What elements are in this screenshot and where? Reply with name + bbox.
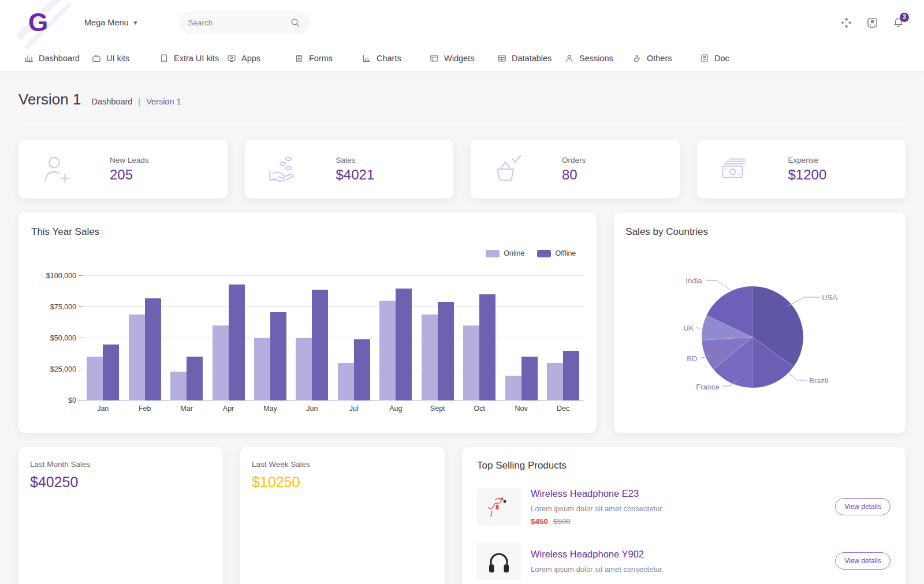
page-title: Version 1 — [18, 91, 81, 108]
search-input[interactable] — [188, 18, 290, 27]
mega-menu-dropdown[interactable]: Mega Menu ▼ — [84, 18, 138, 27]
chart-legend: Online Offline — [31, 249, 576, 257]
bar-offline-jun — [312, 290, 328, 400]
stat-card-sales: Sales $4021 — [245, 140, 454, 199]
bar-offline-apr — [229, 284, 245, 400]
bar-group-jun — [296, 290, 328, 400]
nav-item-sessions[interactable]: Sessions — [565, 54, 632, 63]
money-icon — [717, 151, 752, 187]
bar-group-jan — [87, 345, 119, 400]
bar-offline-oct — [479, 294, 495, 400]
nav-item-datatables[interactable]: Datatables — [497, 54, 565, 63]
stat-label: Expense — [788, 156, 827, 164]
bar-offline-may — [270, 312, 286, 400]
bar-group-mar — [170, 357, 203, 400]
top-selling-products-card: Top Selling Products Wireless Headphone … — [462, 447, 906, 584]
red-earbuds-image — [477, 488, 521, 526]
logo-letter: G — [28, 10, 48, 35]
last-month-sales-card: Last Month Sales $40250 — [18, 447, 223, 584]
nav-item-widgets[interactable]: Widgets — [430, 54, 497, 63]
bar-online-oct — [463, 325, 479, 400]
stat-label: Sales — [336, 156, 375, 164]
view-details-button[interactable]: View details — [835, 498, 891, 515]
x-tick-label: Jun — [291, 405, 333, 413]
top-header: G Mega Menu ▼ — [0, 0, 924, 45]
bar-group-sept — [422, 302, 454, 400]
legend-label: Online — [504, 249, 524, 257]
breadcrumb-separator: | — [138, 97, 140, 106]
stat-value: $4021 — [336, 167, 375, 183]
nav-item-others[interactable]: Others — [632, 54, 700, 63]
nav-item-label: Dashboard — [39, 54, 80, 63]
bar-online-mar — [170, 372, 187, 400]
bar-offline-mar — [187, 357, 203, 400]
table-icon — [497, 54, 506, 63]
x-tick-label: Jan — [82, 405, 124, 413]
nav-item-label: Widgets — [444, 54, 474, 63]
bell-icon[interactable]: 3 — [892, 17, 904, 29]
nav-item-label: UI kits — [106, 54, 129, 63]
bar-online-jan — [87, 357, 103, 400]
mega-menu-label: Mega Menu — [84, 18, 129, 27]
last-week-sales-card: Last Week Sales $10250 — [240, 447, 445, 584]
account-icon[interactable] — [866, 17, 878, 29]
bar-online-jun — [296, 338, 312, 400]
black-headphones-image — [477, 542, 521, 580]
pie-label-brazil: Brazil — [809, 376, 828, 385]
bar-group-feb — [129, 298, 161, 400]
stat-label: Orders — [562, 156, 586, 164]
nav-item-dashboard[interactable]: Dashboard — [24, 54, 92, 63]
product-price-row: $450 $500 — [531, 517, 664, 526]
bar-group-nov — [505, 357, 538, 400]
main-nav: Dashboard UI kits Extra UI kits Apps For… — [0, 45, 924, 72]
x-tick-label: Sept — [417, 405, 459, 413]
product-name-link[interactable]: Wireless Headphone E23 — [531, 488, 664, 499]
bar-online-sept — [422, 315, 438, 400]
breadcrumb-dashboard[interactable]: Dashboard — [91, 97, 132, 106]
search-bar[interactable] — [180, 12, 309, 33]
bar-offline-jan — [103, 345, 119, 400]
legend-item-offline[interactable]: Offline — [537, 249, 576, 257]
x-tick-label: Nov — [500, 405, 542, 413]
hand-coins-icon — [264, 151, 300, 187]
nav-item-apps[interactable]: Apps — [227, 54, 295, 63]
view-details-button[interactable]: View details — [835, 552, 891, 570]
x-tick-label: Mar — [166, 405, 207, 413]
y-tick-label: $25,000 — [50, 365, 76, 373]
bar-offline-feb — [145, 298, 161, 400]
legend-swatch — [537, 250, 551, 257]
bar-offline-jul — [354, 339, 370, 400]
stats-row: New Leads 205 Sales $4021 Orders 80 Expe… — [18, 140, 906, 199]
nav-item-label: Extra UI kits — [174, 54, 219, 63]
search-icon[interactable] — [290, 17, 301, 28]
legend-item-online[interactable]: Online — [486, 249, 524, 257]
product-name-link[interactable]: Wireless Headphone Y902 — [531, 549, 664, 560]
bar-offline-aug — [396, 289, 412, 400]
nav-item-extra-ui-kits[interactable]: Extra UI kits — [159, 54, 227, 63]
nav-item-label: Others — [647, 54, 672, 63]
monitor-icon — [227, 54, 236, 63]
nav-item-doc[interactable]: Doc — [700, 54, 767, 63]
nav-item-label: Sessions — [579, 54, 613, 63]
fullscreen-icon[interactable] — [840, 17, 852, 29]
nav-item-forms[interactable]: Forms — [295, 54, 362, 63]
bar-group-aug — [379, 289, 412, 400]
pie-label-bd: BD — [687, 354, 697, 363]
this-year-sales-card: This Year Sales Online Offline $100,000 … — [18, 212, 597, 433]
user-plus-icon — [38, 151, 74, 187]
bar-online-may — [254, 338, 270, 400]
chevron-down-icon: ▼ — [133, 20, 139, 26]
y-axis: $100,000 $75,000 $50,000 $25,000 $0 — [31, 276, 82, 400]
notification-badge: 3 — [900, 13, 909, 22]
tablet-icon — [159, 54, 169, 63]
app-logo[interactable]: G — [20, 4, 57, 41]
y-tick-label: $0 — [68, 396, 76, 405]
bar-offline-sept — [438, 302, 454, 400]
stat-value: 80 — [562, 167, 586, 183]
y-tick-label: $75,000 — [50, 303, 76, 311]
legend-label: Offline — [555, 249, 576, 257]
nav-item-ui-kits[interactable]: UI kits — [92, 54, 159, 63]
nav-item-charts[interactable]: Charts — [362, 54, 430, 63]
window-icon — [430, 54, 439, 63]
y-tick-label: $50,000 — [50, 334, 76, 342]
